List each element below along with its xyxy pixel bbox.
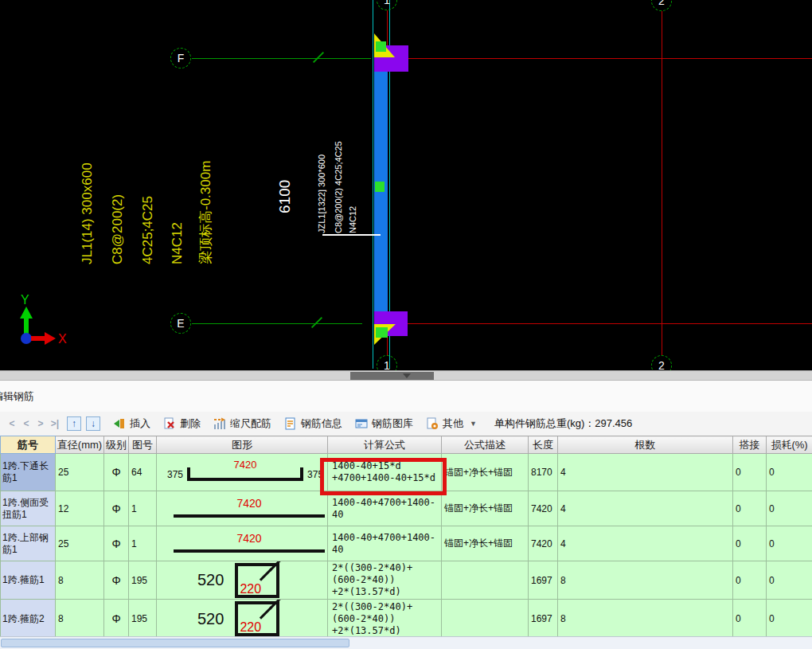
other-button[interactable]: 其他 ▼ xyxy=(426,416,477,431)
cell-length[interactable]: 7420 xyxy=(529,526,558,561)
cell-shape[interactable]: 520 220 xyxy=(157,561,328,600)
cell-formula-desc[interactable]: 锚固+净长+锚固 xyxy=(442,491,529,526)
insert-button[interactable]: 插入 xyxy=(113,416,150,431)
beam-tag-line-3[interactable]: N4C12 xyxy=(348,206,357,233)
cell-lap[interactable]: 0 xyxy=(733,526,767,561)
cell-length[interactable]: 8170 xyxy=(529,454,558,491)
cell-grade-symbol[interactable]: Φ xyxy=(104,526,129,561)
grid-bubble-2-top[interactable]: 2 xyxy=(651,0,672,11)
col-header-diameter[interactable]: 直径(mm) xyxy=(56,436,104,454)
cad-horizontal-scrollbar[interactable] xyxy=(0,370,812,380)
cell-count[interactable]: 4 xyxy=(558,491,733,526)
grid-bubble-1-bottom[interactable]: 1 xyxy=(377,355,397,370)
cell-formula[interactable]: 1400-40+4700+1400-40 xyxy=(328,526,442,561)
delete-button[interactable]: 删除 xyxy=(163,416,201,431)
nav-prev-button[interactable]: < xyxy=(19,418,33,429)
cell-grade-symbol[interactable]: Φ xyxy=(104,454,129,491)
nav-next-button[interactable]: > xyxy=(33,418,48,429)
grid-bubble-F[interactable]: F xyxy=(170,48,191,68)
cell-figure-no[interactable]: 64 xyxy=(129,454,157,491)
beam-spec-line-5[interactable]: 梁顶标高-0.300m xyxy=(198,161,214,264)
cell-formula-desc[interactable] xyxy=(442,600,529,639)
cell-loss[interactable]: 0 xyxy=(767,561,812,600)
cell-lap[interactable]: 0 xyxy=(733,454,767,491)
cell-loss[interactable]: 0 xyxy=(767,600,812,639)
cell-rebar-id[interactable]: 1跨.箍筋2 xyxy=(1,600,56,639)
cell-figure-no[interactable]: 195 xyxy=(129,561,157,600)
cell-formula-desc[interactable]: 锚固+净长+锚固 xyxy=(442,454,529,491)
cell-formula[interactable]: 2*((300-2*40)+(600-2*40)) +2*(13.57*d) xyxy=(328,561,442,600)
cell-diameter[interactable]: 12 xyxy=(56,491,104,526)
cell-rebar-id[interactable]: 1跨.上部钢筋1 xyxy=(1,526,56,561)
table-scrollbar-thumb[interactable] xyxy=(1,639,349,647)
cell-formula-desc[interactable]: 锚固+净长+锚固 xyxy=(442,526,529,561)
col-header-grade[interactable]: 级别 xyxy=(104,436,129,454)
scale-fit-button[interactable]: 缩尺配筋 xyxy=(213,416,271,431)
table-row: 1跨.箍筋2 8 Φ 195 520 220 2*((300-2*40)+(60… xyxy=(1,600,812,639)
col-header-loss[interactable]: 损耗(%) xyxy=(767,436,812,454)
col-header-id[interactable]: 筋号 xyxy=(1,436,56,454)
nav-last-button[interactable]: >| xyxy=(48,418,62,429)
cell-formula-desc[interactable] xyxy=(442,561,529,600)
panel-title: 编辑钢筋 xyxy=(0,389,34,404)
beam-tag-line-1[interactable]: JZL1[1322] 300*600 xyxy=(317,154,326,233)
cad-scrollbar-thumb[interactable] xyxy=(350,372,434,380)
beam-spec-line-3[interactable]: 4C25;4C25 xyxy=(140,196,156,264)
cell-length[interactable]: 1697 xyxy=(529,561,558,600)
cell-shape[interactable]: 7420 xyxy=(157,491,328,526)
cell-count[interactable]: 8 xyxy=(558,561,733,600)
cell-diameter[interactable]: 8 xyxy=(56,600,104,639)
cell-formula[interactable]: 1400-40+4700+1400-40 xyxy=(328,491,442,526)
cell-loss[interactable]: 0 xyxy=(767,526,812,561)
beam-spec-line-4[interactable]: N4C12 xyxy=(170,222,185,264)
cell-count[interactable]: 4 xyxy=(558,454,733,491)
cell-diameter[interactable]: 8 xyxy=(56,561,104,600)
cell-count[interactable]: 4 xyxy=(558,526,733,561)
cell-rebar-id[interactable]: 1跨.下通长筋1 xyxy=(1,454,56,491)
cell-grade-symbol[interactable]: Φ xyxy=(104,600,129,639)
col-header-count[interactable]: 根数 xyxy=(558,436,733,454)
grid-bubble-E[interactable]: E xyxy=(170,313,191,334)
cell-length[interactable]: 1697 xyxy=(529,600,558,639)
cell-grade-symbol[interactable]: Φ xyxy=(104,561,129,600)
cell-loss[interactable]: 0 xyxy=(767,491,812,526)
col-header-formula[interactable]: 计算公式 xyxy=(328,436,442,454)
cell-shape[interactable]: 375 7420 375 xyxy=(157,454,328,491)
grid-bubble-2-bottom[interactable]: 2 xyxy=(651,355,672,370)
beam-spec-line-2[interactable]: C8@200(2) xyxy=(110,194,126,264)
span-dimension[interactable]: 6100 xyxy=(277,180,293,213)
cell-formula[interactable]: 1400-40+15*d +4700+1400-40+15*d xyxy=(328,454,442,491)
col-header-length[interactable]: 长度 xyxy=(529,436,558,454)
cell-length[interactable]: 7420 xyxy=(529,491,558,526)
cell-shape[interactable]: 7420 xyxy=(157,526,328,561)
col-header-figure[interactable]: 图号 xyxy=(129,436,157,454)
cell-lap[interactable]: 0 xyxy=(733,491,767,526)
col-header-lap[interactable]: 搭接 xyxy=(733,436,767,454)
cell-count[interactable]: 8 xyxy=(558,600,733,639)
nav-first-button[interactable]: < xyxy=(5,418,19,429)
move-up-button[interactable]: ↑ xyxy=(67,416,81,431)
grid-bubble-1-top[interactable]: 1 xyxy=(377,0,397,10)
col-header-shape[interactable]: 图形 xyxy=(157,436,328,454)
cell-grade-symbol[interactable]: Φ xyxy=(104,491,129,526)
cell-diameter[interactable]: 25 xyxy=(56,454,104,491)
col-header-formula-desc[interactable]: 公式描述 xyxy=(442,436,529,454)
cell-lap[interactable]: 0 xyxy=(733,561,767,600)
beam-tag-line-2[interactable]: C8@200(2) 4C25;4C25 xyxy=(334,141,343,233)
cell-lap[interactable]: 0 xyxy=(733,600,767,639)
cell-rebar-id[interactable]: 1跨.侧面受扭筋1 xyxy=(1,491,56,526)
cell-figure-no[interactable]: 1 xyxy=(129,491,157,526)
rebar-info-button[interactable]: 钢筋信息 xyxy=(284,416,342,431)
cell-figure-no[interactable]: 1 xyxy=(129,526,157,561)
rebar-library-button[interactable]: 钢筋图库 xyxy=(355,416,413,431)
cell-figure-no[interactable]: 195 xyxy=(129,600,157,639)
move-down-button[interactable]: ↓ xyxy=(86,416,100,431)
cell-shape[interactable]: 520 220 xyxy=(157,600,328,639)
cell-diameter[interactable]: 25 xyxy=(56,526,104,561)
cell-loss[interactable]: 0 xyxy=(767,454,812,491)
cad-viewport[interactable]: F E 1 2 1 2 JL1(14) 300x600 C8@200(2) 4C… xyxy=(0,0,812,370)
table-horizontal-scrollbar[interactable] xyxy=(0,636,812,649)
beam-spec-line-1[interactable]: JL1(14) 300x600 xyxy=(80,162,96,264)
cell-formula[interactable]: 2*((300-2*40)+(600-2*40)) +2*(13.57*d) xyxy=(328,600,442,639)
cell-rebar-id[interactable]: 1跨.箍筋1 xyxy=(1,561,56,600)
